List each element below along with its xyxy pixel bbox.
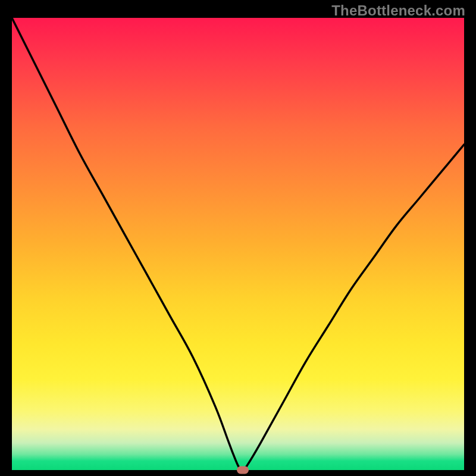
watermark-text: TheBottleneck.com (331, 2, 465, 19)
chart-frame: TheBottleneck.com (0, 0, 476, 476)
optimal-point-marker (237, 466, 249, 474)
plot-area (12, 18, 464, 470)
bottleneck-curve (12, 18, 464, 470)
